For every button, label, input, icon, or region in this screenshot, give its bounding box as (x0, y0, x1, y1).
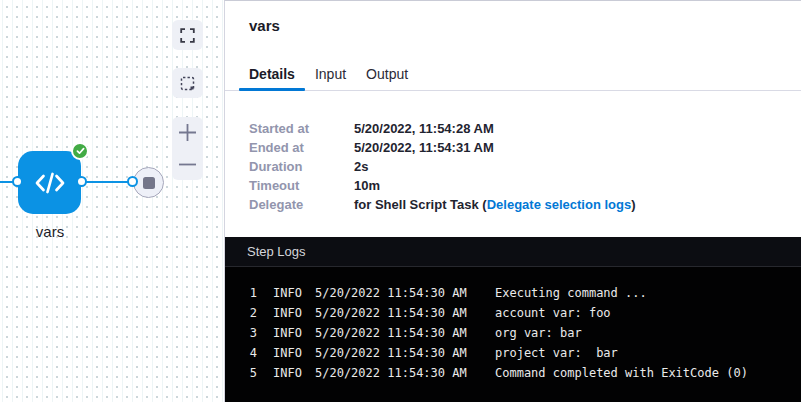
detail-row-timeout: Timeout 10m (249, 176, 785, 195)
detail-label: Duration (249, 159, 354, 174)
success-badge (71, 142, 89, 160)
log-level: INFO (273, 326, 303, 340)
log-message: org var: bar (495, 326, 582, 340)
detail-row-duration: Duration 2s (249, 157, 785, 176)
zoom-in-icon (178, 123, 197, 142)
log-timestamp: 5/20/2022 11:54:30 AM (315, 326, 467, 340)
log-line-number: 3 (243, 326, 257, 340)
log-line: 3 INFO 5/20/2022 11:54:30 AM org var: ba… (243, 323, 801, 343)
tab-details[interactable]: Details (239, 58, 305, 90)
log-level: INFO (273, 306, 303, 320)
node-port-right (76, 176, 87, 187)
step-node-label: vars (8, 223, 92, 240)
zoom-out-button[interactable] (172, 149, 203, 180)
zoom-in-button[interactable] (172, 117, 203, 148)
log-level: INFO (273, 366, 303, 380)
detail-value-suffix: ) (631, 197, 635, 212)
log-message: Executing command ... (495, 286, 647, 300)
tab-input[interactable]: Input (305, 58, 356, 90)
detail-label: Timeout (249, 178, 354, 193)
detail-label: Delegate (249, 197, 354, 212)
stop-node-port (127, 176, 138, 187)
log-timestamp: 5/20/2022 11:54:30 AM (315, 346, 467, 360)
log-line-number: 2 (243, 306, 257, 320)
fullscreen-icon (180, 28, 195, 43)
marquee-select-icon (180, 76, 195, 91)
tab-bar: Details Input Output (225, 58, 801, 91)
detail-value: 10m (354, 178, 380, 193)
detail-row-delegate: Delegate for Shell Script Task (Delegate… (249, 195, 785, 214)
node-port-left (12, 176, 23, 187)
log-line: 1 INFO 5/20/2022 11:54:30 AM Executing c… (243, 283, 801, 303)
zoom-out-icon (178, 155, 197, 174)
zoom-controls (172, 117, 203, 180)
log-timestamp: 5/20/2022 11:54:30 AM (315, 306, 467, 320)
step-logs-console: Step Logs 1 INFO 5/20/2022 11:54:30 AM E… (225, 237, 801, 402)
log-level: INFO (273, 346, 303, 360)
log-message: account var: foo (495, 306, 611, 320)
log-timestamp: 5/20/2022 11:54:30 AM (315, 286, 467, 300)
log-line-number: 5 (243, 366, 257, 380)
step-details-panel: vars Details Input Output Started at 5/2… (224, 0, 801, 402)
check-icon (76, 147, 85, 155)
log-message: Command completed with ExitCode (0) (495, 366, 748, 380)
pipeline-canvas[interactable]: vars (0, 0, 224, 402)
log-timestamp: 5/20/2022 11:54:30 AM (315, 366, 467, 380)
log-line: 4 INFO 5/20/2022 11:54:30 AM project var… (243, 343, 801, 363)
log-line: 2 INFO 5/20/2022 11:54:30 AM account var… (243, 303, 801, 323)
delegate-selection-logs-link[interactable]: Delegate selection logs (487, 197, 632, 212)
log-message: project var: bar (495, 346, 618, 360)
log-level: INFO (273, 286, 303, 300)
details-section: Started at 5/20/2022, 11:54:28 AM Ended … (249, 92, 785, 214)
detail-value: 5/20/2022, 11:54:31 AM (354, 140, 494, 155)
detail-label: Started at (249, 121, 354, 136)
step-logs-header: Step Logs (225, 237, 801, 267)
step-logs-body[interactable]: 1 INFO 5/20/2022 11:54:30 AM Executing c… (225, 267, 801, 383)
log-line-number: 4 (243, 346, 257, 360)
detail-row-ended-at: Ended at 5/20/2022, 11:54:31 AM (249, 138, 785, 157)
detail-value-prefix: for Shell Script Task ( (354, 197, 487, 212)
detail-value: 5/20/2022, 11:54:28 AM (354, 121, 494, 136)
code-icon (33, 171, 67, 195)
panel-title: vars (249, 17, 280, 34)
step-node-vars[interactable] (18, 151, 81, 214)
log-line: 5 INFO 5/20/2022 11:54:30 AM Command com… (243, 363, 801, 383)
detail-row-started-at: Started at 5/20/2022, 11:54:28 AM (249, 119, 785, 138)
log-line-number: 1 (243, 286, 257, 300)
detail-label: Ended at (249, 140, 354, 155)
marquee-select-button[interactable] (172, 68, 203, 98)
stop-square-icon (143, 177, 155, 189)
tab-output[interactable]: Output (356, 58, 418, 90)
detail-value: 2s (354, 159, 368, 174)
fullscreen-button[interactable] (172, 20, 203, 50)
